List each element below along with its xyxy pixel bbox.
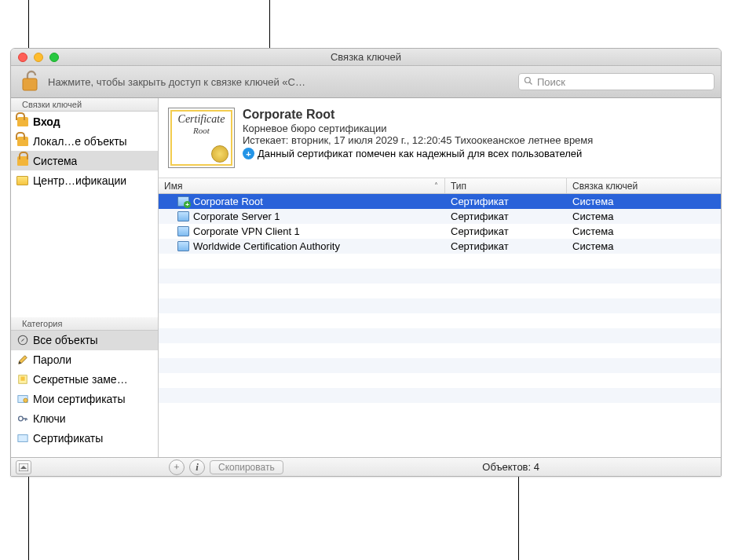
svg-point-1 bbox=[525, 77, 531, 82]
sidebar-item-label: Центр…ификации bbox=[33, 174, 126, 187]
sidebar-item-label: Секретные заме… bbox=[33, 373, 128, 386]
svg-line-2 bbox=[530, 82, 532, 84]
close-window-button[interactable] bbox=[18, 53, 27, 62]
row-keychain: Система bbox=[567, 196, 721, 207]
sort-ascending-icon: ˄ bbox=[434, 181, 438, 190]
row-name: Worldwide Certification Authority bbox=[193, 240, 340, 252]
cert-my-icon bbox=[16, 393, 29, 406]
info-button[interactable]: i bbox=[189, 459, 205, 475]
footer-bar: + i Скопировать Объектов: 4 bbox=[11, 457, 721, 476]
table-row-empty bbox=[159, 298, 721, 313]
row-type: Сертификат bbox=[445, 210, 567, 222]
column-keychain[interactable]: Связка ключей bbox=[567, 178, 721, 193]
certificate-icon bbox=[177, 211, 189, 221]
sidebar-item-label: Сертификаты bbox=[33, 432, 103, 445]
svg-point-8 bbox=[18, 416, 23, 421]
sidebar-item-label: Система bbox=[33, 155, 77, 167]
row-keychain: Система bbox=[567, 240, 721, 252]
search-input[interactable] bbox=[537, 76, 709, 88]
sidebar-keychain-item[interactable]: Центр…ификации bbox=[11, 170, 158, 190]
folder-icon bbox=[16, 174, 29, 187]
toggle-sidebar-button[interactable] bbox=[16, 460, 31, 474]
sidebar-item-label: Все объекты bbox=[33, 334, 98, 346]
table-row[interactable]: Corporate Server 1СертификатСистема bbox=[159, 209, 721, 224]
svg-rect-9 bbox=[17, 435, 27, 442]
keychain-access-window: Связка ключей Нажмите, чтобы закрыть дос… bbox=[10, 48, 722, 477]
zoom-window-button[interactable] bbox=[49, 53, 59, 62]
search-field[interactable] bbox=[518, 73, 715, 90]
svg-rect-5 bbox=[20, 377, 24, 381]
table-row-empty bbox=[159, 373, 721, 388]
table-row[interactable]: Corporate RootСертификатСистема bbox=[159, 194, 721, 209]
key-icon bbox=[16, 412, 29, 426]
table-row-empty bbox=[159, 269, 721, 284]
window-title: Связка ключей bbox=[11, 51, 721, 63]
sidebar-category-item[interactable]: Сертификаты bbox=[11, 429, 158, 448]
certificate-icon bbox=[177, 226, 189, 236]
table-row-empty bbox=[159, 358, 721, 373]
main-content: Certificate Root Corporate Root Корневое… bbox=[159, 98, 721, 457]
table-row-empty bbox=[159, 328, 721, 343]
column-name[interactable]: Имя ˄ bbox=[159, 178, 445, 193]
table-row-empty bbox=[159, 388, 721, 403]
table-row-empty bbox=[159, 254, 721, 269]
note-icon bbox=[16, 373, 29, 386]
certificate-table: Corporate RootСертификатСистемаCorporate… bbox=[159, 194, 721, 457]
certificate-name: Corporate Root bbox=[243, 108, 711, 122]
sidebar-header-keychains: Связки ключей bbox=[11, 98, 158, 112]
table-row-empty bbox=[159, 313, 721, 328]
sidebar: Связки ключей ВходЛокал…е объектыСистема… bbox=[11, 98, 159, 457]
sidebar-item-label: Вход bbox=[33, 115, 60, 128]
lock-status-text[interactable]: Нажмите, чтобы закрыть доступ к связке к… bbox=[48, 76, 305, 88]
row-name: Corporate Server 1 bbox=[193, 210, 280, 222]
sidebar-category-item[interactable]: Ключи bbox=[11, 409, 158, 429]
row-keychain: Система bbox=[567, 225, 721, 237]
sidebar-category-item[interactable]: Мои сертификаты bbox=[11, 390, 158, 409]
svg-rect-0 bbox=[23, 79, 37, 90]
sidebar-item-label: Пароли bbox=[33, 353, 71, 366]
table-row-empty bbox=[159, 284, 721, 298]
pencil-icon bbox=[16, 353, 29, 367]
sidebar-category-item[interactable]: Все объекты bbox=[11, 331, 158, 350]
row-type: Сертификат bbox=[445, 225, 567, 237]
footer-item-count: Объектов: 4 bbox=[482, 461, 539, 473]
lock-open-icon bbox=[16, 115, 29, 128]
table-header: Имя ˄ Тип Связка ключей bbox=[159, 178, 721, 194]
seal-icon bbox=[211, 145, 228, 163]
svg-point-7 bbox=[23, 398, 27, 402]
certificate-thumbnail: Certificate Root bbox=[168, 108, 235, 168]
row-name: Corporate Root bbox=[193, 196, 263, 207]
certificate-trust-status: + Данный сертификат помечен как надежный… bbox=[243, 148, 711, 159]
trust-plus-icon: + bbox=[243, 148, 254, 159]
minimize-window-button[interactable] bbox=[34, 53, 43, 62]
add-button[interactable]: + bbox=[169, 459, 185, 475]
lock-toggle-icon[interactable] bbox=[17, 69, 43, 95]
sidebar-category-item[interactable]: Пароли bbox=[11, 350, 158, 370]
cert-icon bbox=[16, 432, 29, 445]
row-keychain: Система bbox=[567, 210, 721, 222]
certificate-detail: Certificate Root Corporate Root Корневое… bbox=[159, 98, 721, 178]
sidebar-category-item[interactable]: Секретные заме… bbox=[11, 370, 158, 390]
lock-closed-icon bbox=[16, 154, 29, 167]
titlebar: Связка ключей bbox=[11, 49, 721, 66]
sidebar-item-label: Ключи bbox=[33, 412, 66, 425]
row-type: Сертификат bbox=[445, 196, 567, 207]
table-row[interactable]: Worldwide Certification AuthorityСертифи… bbox=[159, 239, 721, 254]
certificate-expiry: Истекает: вторник, 17 июля 2029 г., 12:2… bbox=[243, 134, 711, 146]
copy-button[interactable]: Скопировать bbox=[210, 460, 283, 474]
sidebar-item-label: Мои сертификаты bbox=[33, 393, 126, 405]
sidebar-keychain-item[interactable]: Вход bbox=[11, 112, 158, 131]
row-name: Corporate VPN Client 1 bbox=[193, 225, 300, 237]
table-row[interactable]: Corporate VPN Client 1СертификатСистема bbox=[159, 224, 721, 239]
sidebar-item-label: Локал…е объекты bbox=[33, 135, 127, 148]
certificate-icon bbox=[177, 196, 189, 207]
compass-icon bbox=[16, 334, 29, 347]
search-icon bbox=[524, 76, 533, 88]
sidebar-keychain-item[interactable]: Система bbox=[11, 151, 158, 170]
certificate-icon bbox=[177, 241, 189, 251]
sidebar-header-category: Категория bbox=[11, 317, 158, 331]
column-type[interactable]: Тип bbox=[445, 178, 567, 193]
table-row-empty bbox=[159, 343, 721, 358]
sidebar-keychain-item[interactable]: Локал…е объекты bbox=[11, 131, 158, 151]
certificate-type-label: Корневое бюро сертификации bbox=[243, 123, 711, 134]
